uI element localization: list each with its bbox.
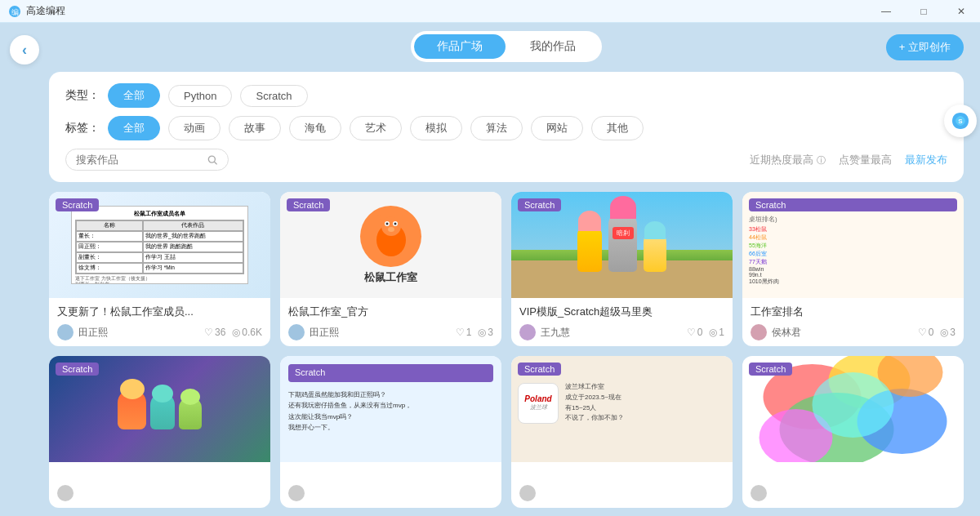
search-box[interactable] (65, 149, 229, 171)
card-3-badge: Scratch (518, 198, 561, 211)
minimize-button[interactable]: — (867, 0, 905, 23)
search-icon (207, 154, 218, 166)
card-6-title (288, 469, 493, 480)
type-python-button[interactable]: Python (168, 85, 232, 107)
card-3-views: ◎1 (709, 327, 724, 338)
card-3-info: VIP模版_Scratch超级马里奥 王九慧 ♡0 ◎1 (511, 298, 733, 346)
content-area: 作品广场 我的作品 + 立即创作 类型： 全部 Python Sc (49, 23, 980, 516)
tag-filter-row: 标签： 全部 动画 故事 海龟 艺术 模拟 (65, 116, 947, 140)
card-3[interactable]: Scratch 暗刹 (511, 192, 733, 346)
card-1-title: 又更新了！松鼠工作室成员... (57, 305, 262, 319)
card-4[interactable]: Scratch 桌垣排名) 33松鼠 44松鼠 55海洋 66后室 77天鹅 8… (742, 192, 964, 346)
sidebar: ‹ (0, 23, 49, 516)
card-1[interactable]: Scratch 松鼠工作室成员名单 名称代表作品 董长：我的世界_我的世界跑酷 … (49, 192, 270, 346)
card-2-meta: 田正熙 ♡1 ◎3 (288, 324, 493, 340)
card-2-info: 松鼠工作室_官方 田正熙 ♡1 ◎3 (280, 298, 501, 346)
card-3-author: 王九慧 (541, 326, 682, 340)
card-8-thumb: Scratch (742, 356, 964, 462)
card-8[interactable]: Scratch (742, 356, 964, 508)
rank-7: 99n.t (749, 272, 957, 278)
card-3-stats: ♡0 ◎1 (687, 327, 724, 338)
mario-badge: 暗刹 (612, 227, 634, 239)
sort-newest[interactable]: 最新发布 (905, 153, 947, 167)
sort-likes[interactable]: 点赞量最高 (839, 153, 892, 167)
tag-turtle-button[interactable]: 海龟 (289, 116, 341, 140)
card-2-avatar (288, 324, 305, 340)
card-1-thumb: Scratch 松鼠工作室成员名单 名称代表作品 董长：我的世界_我的世界跑酷 … (49, 192, 270, 298)
card-6-avatar (288, 485, 305, 501)
create-button[interactable]: + 立即创作 (886, 34, 964, 60)
card-2-views: ◎3 (478, 327, 493, 338)
filter-panel: 类型： 全部 Python Scratch 标签： 全部 动画 (49, 72, 964, 182)
squirrel-label: 松鼠工作室 (364, 270, 417, 285)
card-2-stats: ♡1 ◎3 (456, 327, 493, 338)
card-8-avatar (751, 485, 767, 501)
card-4-likes: ♡0 (918, 327, 934, 338)
card-5[interactable]: Scratch (49, 356, 270, 508)
squirrel-svg (371, 211, 412, 260)
close-button[interactable]: ✕ (942, 0, 980, 23)
card-7-avatar (519, 485, 536, 501)
rank-1: 33松鼠 (749, 225, 957, 234)
titlebar: 编 高途编程 — □ ✕ (0, 0, 980, 23)
svg-line-3 (215, 162, 217, 164)
svg-point-17 (813, 372, 894, 438)
sort-heat[interactable]: 近期热度最高 ⓘ (750, 153, 826, 167)
card-7-thumb: Scratch Poland 波兰球 波兰球工作室成立于2023.5~现在有15… (511, 356, 733, 462)
card-2-likes: ♡1 (456, 327, 472, 338)
card-1-author: 田正熙 (78, 326, 199, 340)
card-3-likes: ♡0 (687, 327, 703, 338)
type-scratch-button[interactable]: Scratch (240, 85, 307, 107)
main-container: ‹ 作品广场 我的作品 + 立即创作 类型： 全部 (0, 23, 980, 516)
tag-sim-button[interactable]: 模拟 (410, 116, 462, 140)
maximize-button[interactable]: □ (905, 0, 942, 23)
card-7-badge: Scratch (518, 363, 561, 376)
search-input[interactable] (76, 153, 203, 166)
rank-4: 66后室 (749, 250, 957, 258)
card-5-meta (57, 485, 262, 501)
svg-text:编: 编 (11, 8, 19, 16)
card-5-thumb: Scratch (49, 356, 270, 462)
card-6[interactable]: Scratch 下期鸡蛋虽然能加我和田正熙吗？ 还有我玩密仔捂鱼鱼，从来没有当过… (280, 356, 501, 508)
window-controls[interactable]: — □ ✕ (867, 0, 980, 23)
tag-filter-label: 标签： (65, 121, 100, 136)
rank-2: 44松鼠 (749, 234, 957, 242)
card-1-views: ◎0.6K (232, 327, 262, 338)
card-4-thumb: Scratch 桌垣排名) 33松鼠 44松鼠 55海洋 66后室 77天鹅 8… (742, 192, 964, 298)
tag-web-button[interactable]: 网站 (531, 116, 583, 140)
tab-container: 作品广场 我的作品 (411, 31, 602, 62)
card-7[interactable]: Scratch Poland 波兰球 波兰球工作室成立于2023.5~现在有15… (511, 356, 733, 508)
svg-point-2 (209, 156, 216, 162)
top-tabs: 作品广场 我的作品 (49, 31, 964, 62)
card-5-info (49, 462, 270, 508)
type-all-button[interactable]: 全部 (108, 83, 160, 108)
card-3-title: VIP模版_Scratch超级马里奥 (519, 305, 724, 319)
tag-story-button[interactable]: 故事 (229, 116, 281, 140)
tab-gallery[interactable]: 作品广场 (414, 34, 506, 59)
titlebar-left: 编 高途编程 (0, 4, 65, 18)
logo-icon: S (944, 105, 977, 137)
card-4-avatar (751, 324, 767, 340)
cards-grid: Scratch 松鼠工作室成员名单 名称代表作品 董长：我的世界_我的世界跑酷 … (49, 192, 964, 508)
table-content: 名称代表作品 董长：我的世界_我的世界跑酷 田正熙：我的世界 跑酷跑酷 副董长：… (75, 220, 244, 274)
card-4-title: 工作室排名 (751, 305, 956, 319)
tag-animation-button[interactable]: 动画 (168, 116, 220, 140)
text-blue-content: 下期鸡蛋虽然能加我和田正熙吗？ 还有我玩密仔捂鱼鱼，从来没有当过mvp， 这次能… (288, 389, 493, 434)
app-icon: 编 (8, 5, 21, 18)
tab-myworks[interactable]: 我的作品 (507, 34, 599, 59)
card-6-meta (288, 485, 493, 501)
card-7-info (511, 462, 733, 508)
search-sort-row: 近期热度最高 ⓘ 点赞量最高 最新发布 (65, 149, 947, 171)
card-8-info (742, 462, 964, 508)
card-2[interactable]: Scratch (280, 192, 501, 346)
card-7-title (519, 469, 724, 480)
tag-art-button[interactable]: 艺术 (350, 116, 402, 140)
tag-algo-button[interactable]: 算法 (470, 116, 523, 140)
card-5-avatar (57, 485, 74, 501)
card-3-meta: 王九慧 ♡0 ◎1 (519, 324, 724, 340)
back-button[interactable]: ‹ (10, 35, 39, 64)
tag-other-button[interactable]: 其他 (591, 116, 644, 140)
card-4-stats: ♡0 ◎3 (918, 327, 956, 338)
card-4-badge: Scratch (749, 198, 957, 211)
tag-all-button[interactable]: 全部 (108, 116, 160, 140)
